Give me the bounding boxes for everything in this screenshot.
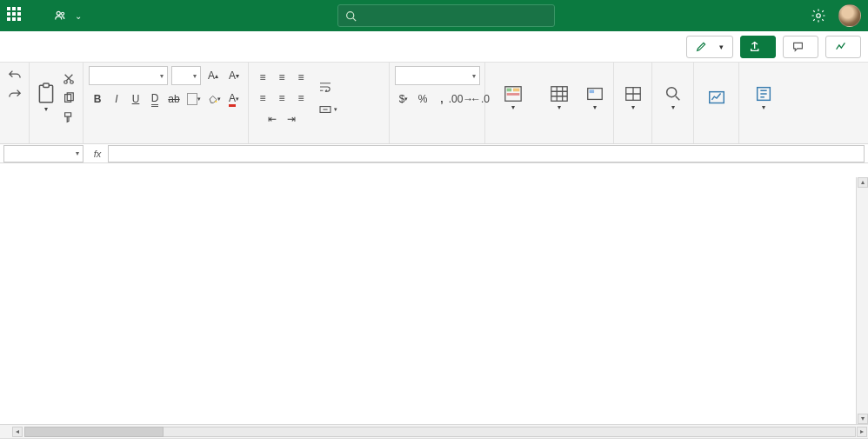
conditional-formatting-button[interactable]: ▾ <box>491 68 536 129</box>
search-icon <box>345 10 357 22</box>
wrap-text-button[interactable] <box>317 78 397 96</box>
strike-button[interactable]: ab <box>165 90 183 108</box>
people-icon <box>54 10 66 22</box>
name-box[interactable]: ▾ <box>3 145 83 162</box>
catchup-icon <box>835 41 846 52</box>
paste-button[interactable]: ▾ <box>35 68 57 129</box>
vertical-scrollbar[interactable]: ▴ ▾ <box>856 177 868 424</box>
share-button[interactable] <box>740 36 776 58</box>
scroll-down-icon[interactable]: ▾ <box>858 414 868 424</box>
avatar[interactable] <box>838 4 861 27</box>
spreadsheet-grid[interactable]: ▴ ▾ <box>0 163 868 424</box>
underline-button[interactable]: U <box>127 90 144 108</box>
cells-icon <box>624 84 643 103</box>
styles-icon <box>585 84 604 103</box>
format-painter-button[interactable] <box>60 109 77 126</box>
shrink-font-button[interactable]: A▾ <box>225 67 243 84</box>
svg-point-6 <box>64 80 68 83</box>
undo-button[interactable] <box>4 66 25 83</box>
font-color-button[interactable]: A▾ <box>225 90 243 108</box>
group-label-sensitivity <box>744 129 783 142</box>
fx-icon[interactable]: fx <box>87 149 108 159</box>
align-left-button[interactable]: ≡ <box>254 89 271 107</box>
merge-icon <box>319 104 331 115</box>
font-size-select[interactable]: ▾ <box>171 66 201 85</box>
svg-point-7 <box>70 80 74 83</box>
cut-button[interactable] <box>60 70 77 88</box>
svg-rect-16 <box>551 87 567 102</box>
align-right-button[interactable]: ≡ <box>292 89 310 107</box>
formula-input[interactable] <box>108 145 865 162</box>
inc-decimal-button[interactable]: .00→ <box>452 90 470 108</box>
grow-font-button[interactable]: A▴ <box>204 67 222 84</box>
svg-point-10 <box>215 101 217 103</box>
group-label-tables <box>491 129 608 142</box>
svg-point-0 <box>57 11 60 15</box>
align-bottom-button[interactable]: ≡ <box>292 69 310 86</box>
percent-button[interactable]: % <box>414 90 431 108</box>
group-label-font <box>89 129 243 142</box>
scroll-thumb[interactable] <box>24 427 164 437</box>
align-middle-button[interactable]: ≡ <box>273 69 290 86</box>
editing-mode-button[interactable]: ▾ <box>686 36 733 58</box>
clipboard-icon <box>37 83 56 105</box>
font-name-select[interactable]: ▾ <box>89 66 168 85</box>
group-label-editing <box>658 129 688 142</box>
app-launcher-icon[interactable] <box>7 7 24 24</box>
group-label-analysis <box>699 129 733 142</box>
svg-point-3 <box>817 14 821 18</box>
indent-inc-button[interactable]: ⇥ <box>283 110 300 128</box>
analysis-icon <box>707 89 726 108</box>
bold-button[interactable]: B <box>89 90 106 108</box>
format-as-table-button[interactable]: ▾ <box>539 68 578 129</box>
horizontal-scrollbar[interactable]: ◂ ▸ <box>0 424 868 438</box>
search-input[interactable] <box>337 4 555 27</box>
comments-button[interactable] <box>783 36 818 58</box>
fill-color-button[interactable]: ▾ <box>205 90 224 108</box>
group-label-clipboard <box>35 129 77 142</box>
gear-icon[interactable] <box>811 8 826 23</box>
indent-dec-button[interactable]: ⇤ <box>264 110 281 128</box>
group-label-number <box>395 129 479 142</box>
align-top-button[interactable]: ≡ <box>254 69 271 86</box>
catchup-button[interactable] <box>825 36 861 58</box>
redo-button[interactable] <box>4 85 25 103</box>
title-bar: ⌄ <box>0 0 868 31</box>
pencil-icon <box>696 41 707 52</box>
svg-rect-13 <box>507 88 512 91</box>
sheet-tab-bar: ‹ › ≡ + <box>0 438 868 444</box>
svg-point-20 <box>666 88 676 97</box>
title-chevron-icon[interactable]: ⌄ <box>75 11 82 21</box>
double-underline-button[interactable]: D <box>146 90 164 108</box>
svg-point-2 <box>347 11 354 18</box>
scroll-left-icon[interactable]: ◂ <box>12 427 23 437</box>
svg-point-1 <box>61 12 63 15</box>
currency-button[interactable]: $▾ <box>395 90 412 108</box>
svg-rect-18 <box>590 89 595 93</box>
svg-rect-5 <box>43 83 49 87</box>
group-label-alignment <box>254 129 384 142</box>
scroll-up-icon[interactable]: ▴ <box>858 177 868 188</box>
copy-button[interactable] <box>60 89 77 107</box>
sensitivity-button[interactable]: ▾ <box>744 68 783 129</box>
sensitivity-icon <box>754 84 773 103</box>
group-label-undo <box>5 129 23 142</box>
magnifier-icon <box>664 84 683 103</box>
svg-rect-14 <box>513 88 519 91</box>
group-label-cells <box>619 129 646 142</box>
align-center-button[interactable]: ≡ <box>273 89 290 107</box>
cell-styles-button[interactable]: ▾ <box>582 68 608 129</box>
editing-group-button[interactable]: ▾ <box>658 68 688 129</box>
number-format-select[interactable]: ▾ <box>395 66 480 85</box>
ribbon: ▾ ▾ ▾ A▴ A▾ B I U D ab ▾ <box>0 63 868 144</box>
formula-bar: ▾ fx <box>0 144 868 163</box>
scroll-right-icon[interactable]: ▸ <box>857 427 867 437</box>
table-icon <box>550 84 569 103</box>
share-icon <box>750 41 761 52</box>
analyze-data-button[interactable] <box>699 68 733 129</box>
bucket-icon <box>208 93 218 105</box>
border-button[interactable]: ▾ <box>184 90 204 108</box>
italic-button[interactable]: I <box>108 90 125 108</box>
comment-icon <box>792 41 804 52</box>
cells-button[interactable]: ▾ <box>619 68 646 129</box>
